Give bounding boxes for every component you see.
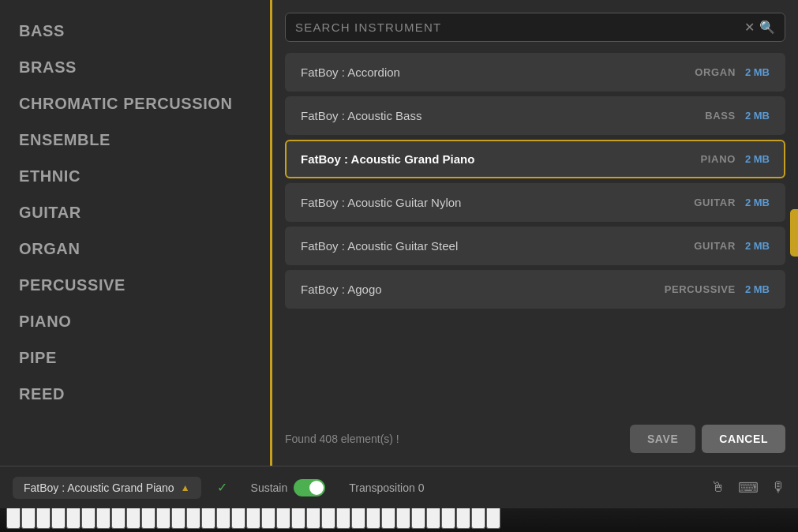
white-key[interactable]	[96, 508, 111, 529]
instrument-name: FatBoy : Acoustic Grand Piano	[301, 152, 474, 166]
search-icon[interactable]: 🔍	[759, 20, 775, 35]
current-instrument-name: FatBoy : Acoustic Grand Piano	[24, 481, 174, 494]
instrument-meta: GUITAR2 MB	[694, 240, 770, 252]
clear-icon[interactable]: ✕	[744, 20, 755, 35]
instrument-name: FatBoy : Acoustic Guitar Nylon	[301, 196, 461, 209]
search-input[interactable]	[295, 21, 744, 34]
white-key[interactable]	[321, 508, 335, 529]
sidebar-item-brass[interactable]: BRASS	[0, 49, 270, 85]
dialog-footer: Found 408 element(s) ! SAVE CANCEL	[285, 417, 785, 453]
save-button[interactable]: SAVE	[630, 425, 695, 453]
white-key[interactable]	[126, 508, 140, 529]
keyboard-icon[interactable]: ⌨	[738, 479, 759, 496]
instrument-category: BASS	[705, 110, 736, 122]
keys-container	[0, 508, 508, 529]
instrument-name: FatBoy : Agogo	[301, 283, 382, 296]
white-key[interactable]	[216, 508, 230, 529]
results-text: Found 408 element(s) !	[285, 433, 399, 445]
white-key[interactable]	[426, 508, 440, 529]
white-key[interactable]	[411, 508, 425, 529]
mouse-icon[interactable]: 🖱	[711, 479, 725, 496]
instrument-size: 2 MB	[745, 153, 770, 165]
instrument-size: 2 MB	[745, 197, 770, 208]
white-key[interactable]	[456, 508, 470, 529]
footer-buttons: SAVE CANCEL	[630, 425, 785, 453]
right-panel: ✕ 🔍 FatBoy : AccordionORGAN2 MBFatBoy : …	[272, 0, 798, 466]
instrument-category: PIANO	[701, 153, 736, 165]
accent-bar	[790, 209, 798, 257]
instrument-category: GUITAR	[694, 197, 736, 208]
white-key[interactable]	[261, 508, 275, 529]
microphone-icon[interactable]: 🎙	[771, 479, 785, 496]
white-key[interactable]	[291, 508, 305, 529]
transposition-group: Transposition 0	[349, 481, 424, 494]
white-key[interactable]	[21, 508, 36, 529]
white-key[interactable]	[141, 508, 155, 529]
sidebar-item-ethnic[interactable]: ETHNIC	[0, 158, 270, 194]
main-container: BASSBRASSCHROMATIC PERCUSSIONENSEMBLEETH…	[0, 0, 798, 532]
instrument-item[interactable]: FatBoy : Acoustic Guitar SteelGUITAR2 MB	[285, 227, 785, 265]
sustain-label: Sustain	[251, 481, 288, 494]
sidebar-item-guitar[interactable]: GUITAR	[0, 194, 270, 230]
instrument-meta: PERCUSSIVE2 MB	[665, 283, 770, 295]
sidebar-item-bass[interactable]: BASS	[0, 13, 270, 49]
white-key[interactable]	[81, 508, 96, 529]
white-key[interactable]	[441, 508, 455, 529]
white-key[interactable]	[66, 508, 81, 529]
white-key[interactable]	[156, 508, 170, 529]
sidebar-item-organ[interactable]: ORGAN	[0, 230, 270, 267]
white-key[interactable]	[381, 508, 395, 529]
white-key[interactable]	[276, 508, 290, 529]
white-key[interactable]	[246, 508, 260, 529]
white-key[interactable]	[336, 508, 350, 529]
white-key[interactable]	[111, 508, 126, 529]
instrument-item[interactable]: FatBoy : Acoustic Grand PianoPIANO2 MB	[285, 140, 785, 178]
white-key[interactable]	[201, 508, 215, 529]
white-key[interactable]	[306, 508, 320, 529]
instrument-meta: BASS2 MB	[705, 110, 770, 122]
instrument-item[interactable]: FatBoy : Acoustic BassBASS2 MB	[285, 96, 785, 135]
instrument-item[interactable]: FatBoy : AgogoPERCUSSIVE2 MB	[285, 270, 785, 309]
instrument-size: 2 MB	[745, 283, 770, 295]
sidebar-item-chromatic-percussion[interactable]: CHROMATIC PERCUSSION	[0, 85, 270, 122]
toggle-knob	[309, 481, 324, 495]
piano-keys	[0, 508, 798, 532]
sustain-group: Sustain	[251, 479, 326, 496]
instrument-category: PERCUSSIVE	[665, 283, 736, 295]
search-bar: ✕ 🔍	[285, 13, 785, 42]
white-key[interactable]	[471, 508, 485, 529]
white-key[interactable]	[36, 508, 51, 529]
cancel-button[interactable]: CANCEL	[702, 425, 785, 453]
white-key[interactable]	[486, 508, 500, 529]
instrument-size: 2 MB	[745, 240, 770, 252]
instrument-item[interactable]: FatBoy : Acoustic Guitar NylonGUITAR2 MB	[285, 183, 785, 222]
status-bar: FatBoy : Acoustic Grand Piano ▲ ✓ Sustai…	[0, 466, 798, 508]
instrument-meta: ORGAN2 MB	[695, 66, 770, 78]
instrument-item[interactable]: FatBoy : AccordionORGAN2 MB	[285, 53, 785, 92]
instrument-name: FatBoy : Acoustic Bass	[301, 109, 421, 122]
sidebar-item-ensemble[interactable]: ENSEMBLE	[0, 122, 270, 158]
white-key[interactable]	[366, 508, 380, 529]
sidebar-item-pipe[interactable]: PIPE	[0, 339, 270, 376]
sidebar-item-reed[interactable]: REED	[0, 376, 270, 412]
white-key[interactable]	[6, 508, 21, 529]
instrument-size: 2 MB	[745, 66, 770, 78]
sidebar-item-percussive[interactable]: PERCUSSIVE	[0, 267, 270, 303]
white-key[interactable]	[51, 508, 66, 529]
instrument-category: GUITAR	[694, 240, 736, 252]
white-key[interactable]	[186, 508, 200, 529]
white-key[interactable]	[396, 508, 410, 529]
white-key[interactable]	[351, 508, 365, 529]
sustain-toggle[interactable]	[294, 479, 325, 496]
white-key[interactable]	[171, 508, 185, 529]
instrument-name: FatBoy : Acoustic Guitar Steel	[301, 239, 458, 253]
status-icons: 🖱 ⌨ 🎙	[711, 479, 785, 496]
instrument-meta: GUITAR2 MB	[694, 197, 770, 208]
check-icon: ✓	[217, 480, 227, 495]
dialog-area: BASSBRASSCHROMATIC PERCUSSIONENSEMBLEETH…	[0, 0, 798, 466]
transposition-label: Transposition 0	[349, 481, 424, 494]
sidebar-item-piano[interactable]: PIANO	[0, 303, 270, 339]
white-key[interactable]	[231, 508, 245, 529]
instrument-name: FatBoy : Accordion	[301, 66, 400, 79]
instrument-category: ORGAN	[695, 66, 736, 78]
